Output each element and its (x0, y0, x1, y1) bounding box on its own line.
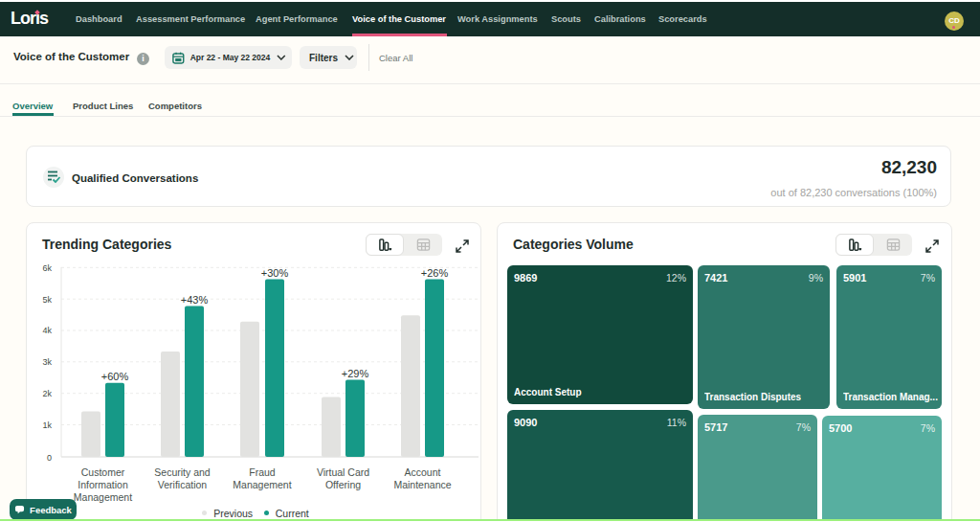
svg-text:+43%: +43% (181, 294, 209, 306)
svg-text:6k: 6k (42, 263, 52, 273)
svg-text:2k: 2k (42, 389, 52, 398)
svg-text:+60%: +60% (101, 371, 129, 382)
svg-text:4k: 4k (42, 326, 52, 335)
svg-text:+30%: +30% (261, 267, 289, 279)
svg-text:1k: 1k (42, 420, 52, 430)
svg-text:+29%: +29% (342, 368, 369, 379)
svg-text:5k: 5k (42, 295, 52, 305)
svg-text:+26%: +26% (421, 267, 449, 279)
svg-text:0: 0 (47, 453, 52, 463)
svg-text:3k: 3k (42, 357, 52, 367)
